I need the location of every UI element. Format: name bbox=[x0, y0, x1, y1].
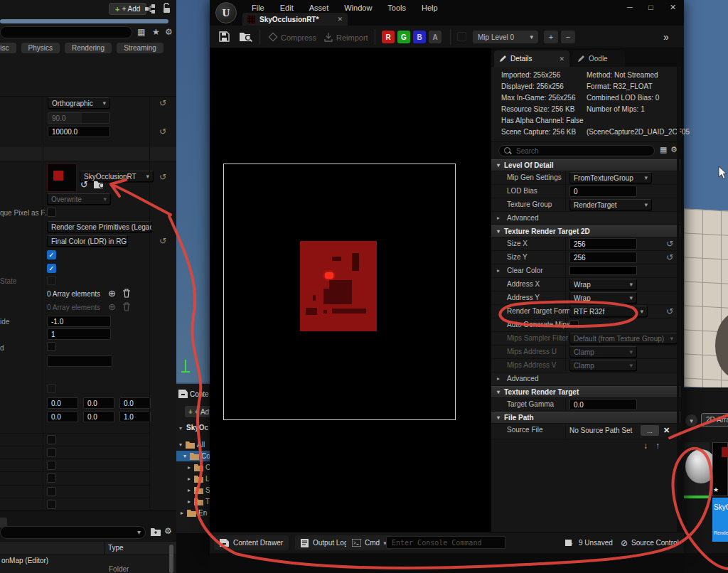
maximize-button[interactable]: □ bbox=[648, 3, 653, 11]
checkbox[interactable] bbox=[47, 500, 56, 509]
projection-dropdown[interactable]: Orthographic▾ bbox=[48, 97, 110, 109]
section-file-path[interactable]: ▾ File Path bbox=[491, 412, 680, 424]
outliner-scrollbar[interactable] bbox=[169, 545, 173, 573]
details-scrollbar[interactable] bbox=[677, 48, 680, 532]
oodle-tab[interactable]: Oodle bbox=[572, 50, 625, 67]
filter-chip-rendering[interactable]: Rendering bbox=[65, 43, 112, 53]
checkbox[interactable] bbox=[47, 473, 56, 483]
close-icon[interactable]: ✕ bbox=[337, 16, 343, 23]
row-advanced-trt2d[interactable]: ▸ Advanced bbox=[491, 373, 680, 386]
checkbox[interactable] bbox=[47, 435, 56, 444]
reset-icon[interactable]: ↺ bbox=[159, 172, 166, 182]
mini-path[interactable]: SkyOc bbox=[186, 424, 208, 432]
browse-file-button[interactable]: ... bbox=[641, 425, 659, 436]
opaque-pixel-checkbox[interactable] bbox=[47, 208, 56, 217]
d-checkbox[interactable] bbox=[47, 342, 56, 351]
details-search-input[interactable]: Search bbox=[498, 145, 655, 156]
section-trt[interactable]: ▾ Texture Render Target bbox=[491, 386, 680, 398]
content-drawer-button[interactable]: Content Drawer bbox=[214, 535, 289, 550]
target-gamma-field[interactable]: 0.0 bbox=[569, 399, 637, 410]
asset-tile-sphere[interactable] bbox=[684, 442, 710, 499]
compress-button-label[interactable]: Compress bbox=[281, 33, 316, 42]
cmd-dropdown[interactable]: Cmd ▾ bbox=[346, 535, 392, 550]
render-target-dropdown[interactable]: SkyOcclusionRT▾ bbox=[80, 171, 154, 182]
reset-icon[interactable]: ↺ bbox=[159, 98, 166, 108]
outliner-row[interactable]: onMap (Editor) Folder bbox=[0, 555, 176, 573]
console-input[interactable]: Enter Console Command bbox=[386, 536, 505, 549]
reimport-button-label[interactable]: Reimport bbox=[336, 33, 368, 42]
lod-bias-field[interactable]: 0 bbox=[569, 186, 637, 197]
fov-field[interactable]: 90.0 bbox=[48, 112, 110, 124]
grid-icon[interactable]: ▦ bbox=[660, 145, 667, 154]
ide-field[interactable]: -1.0 bbox=[47, 316, 111, 327]
tree-item[interactable]: ▸ T bbox=[176, 496, 210, 507]
clear-color-swatch[interactable] bbox=[569, 266, 637, 275]
tree-item-content[interactable]: ▾ Co bbox=[176, 451, 210, 461]
reset-icon[interactable]: ↺ bbox=[666, 239, 673, 249]
save-icon[interactable] bbox=[218, 31, 230, 43]
close-button[interactable]: ✕ bbox=[670, 3, 676, 12]
channel-b-button[interactable]: B bbox=[413, 31, 426, 43]
size-y-field[interactable]: 256 bbox=[569, 252, 637, 263]
star-icon[interactable]: ★ bbox=[152, 27, 160, 37]
viewport-3d[interactable] bbox=[684, 0, 728, 387]
vector-z-field[interactable]: 1.0 bbox=[119, 411, 151, 422]
auto-generate-mips-checkbox[interactable] bbox=[569, 320, 579, 329]
checkbox-checked[interactable]: ✓ bbox=[47, 264, 56, 273]
mip-checkbox[interactable] bbox=[457, 32, 466, 41]
gear-icon[interactable]: ⚙ bbox=[164, 526, 172, 536]
ortho-width-field[interactable]: 10000.0 bbox=[48, 126, 110, 137]
section-level-of-detail[interactable]: ▾ Level Of Detail bbox=[491, 159, 680, 171]
reset-icon[interactable]: ↺ bbox=[666, 306, 673, 316]
tree-item[interactable]: ▸ S bbox=[176, 485, 210, 496]
address-y-dropdown[interactable]: Wrap▾ bbox=[569, 292, 637, 304]
section-trt2d[interactable]: ▾ Texture Render Target 2D bbox=[491, 225, 680, 237]
size-x-field[interactable]: 256 bbox=[569, 238, 637, 250]
export-down-icon[interactable]: ↓ bbox=[643, 441, 648, 451]
mip-level-dropdown[interactable]: Mip Level 0 ▾ bbox=[473, 31, 538, 43]
channel-r-button[interactable]: R bbox=[382, 31, 395, 43]
asset-tab[interactable]: SkyOcclusionRT* ✕ bbox=[242, 13, 348, 26]
checkbox[interactable] bbox=[47, 487, 56, 496]
tree-item-engine[interactable]: ▸ En bbox=[176, 508, 210, 518]
int-field[interactable]: 1 bbox=[47, 328, 111, 340]
vector-x-field[interactable]: 0.0 bbox=[47, 397, 78, 409]
add-array-element-icon[interactable]: ⊕ bbox=[108, 288, 116, 299]
vector-y-field[interactable]: 0.0 bbox=[83, 397, 114, 409]
unsaved-indicator[interactable]: * 9 Unsaved bbox=[565, 535, 613, 550]
clear-file-icon[interactable]: ✕ bbox=[663, 426, 670, 435]
import-up-icon[interactable]: ↑ bbox=[655, 441, 660, 451]
browse-to-asset-icon[interactable] bbox=[94, 180, 105, 189]
checkbox[interactable] bbox=[47, 448, 56, 457]
capture-source-dropdown[interactable]: Final Color (LDR) in RGB▾ bbox=[47, 235, 128, 247]
channel-g-button[interactable]: G bbox=[397, 31, 410, 43]
checkbox[interactable] bbox=[47, 384, 56, 393]
asset-tile-skyocclusion[interactable]: ★ SkyOc Render bbox=[712, 442, 728, 542]
use-selected-icon[interactable]: ↺ bbox=[80, 179, 88, 190]
details-tab[interactable]: Details ✕ bbox=[494, 50, 569, 67]
left-search-input[interactable] bbox=[0, 26, 132, 38]
reset-icon[interactable]: ↺ bbox=[159, 236, 166, 246]
composite-mode-dropdown[interactable]: Overwrite▾ bbox=[47, 193, 111, 205]
grid-icon[interactable]: ▦ bbox=[137, 27, 145, 37]
tree-item[interactable]: ▸ L bbox=[176, 473, 210, 484]
minimize-button[interactable]: ─ bbox=[627, 3, 633, 11]
vector-y-field[interactable]: 0.0 bbox=[83, 411, 114, 422]
mip-gen-dropdown[interactable]: FromTextureGroup▾ bbox=[569, 172, 652, 183]
array-filter-chip[interactable]: 2D Array bbox=[701, 413, 728, 427]
menu-tools[interactable]: Tools bbox=[380, 1, 414, 15]
checkbox[interactable] bbox=[47, 461, 56, 470]
texture-group-dropdown[interactable]: RenderTarget▾ bbox=[569, 199, 652, 210]
menu-help[interactable]: Help bbox=[414, 1, 446, 15]
filter-chip-misc[interactable]: Misc bbox=[0, 43, 16, 53]
lock-icon[interactable] bbox=[162, 3, 171, 14]
add-button[interactable]: + + Add bbox=[109, 3, 146, 15]
node-graph-icon[interactable] bbox=[145, 4, 156, 14]
mip-minus-button[interactable]: − bbox=[561, 31, 575, 43]
close-icon[interactable]: ✕ bbox=[559, 55, 564, 63]
trash-icon[interactable] bbox=[122, 289, 131, 298]
primitive-mode-dropdown[interactable]: Render Scene Primitives (Legacy)▾ bbox=[47, 221, 152, 232]
state-checkbox[interactable] bbox=[47, 276, 56, 285]
vector-z-field[interactable]: 0.0 bbox=[119, 397, 151, 409]
filter-chip-streaming[interactable]: Streaming bbox=[117, 43, 164, 53]
